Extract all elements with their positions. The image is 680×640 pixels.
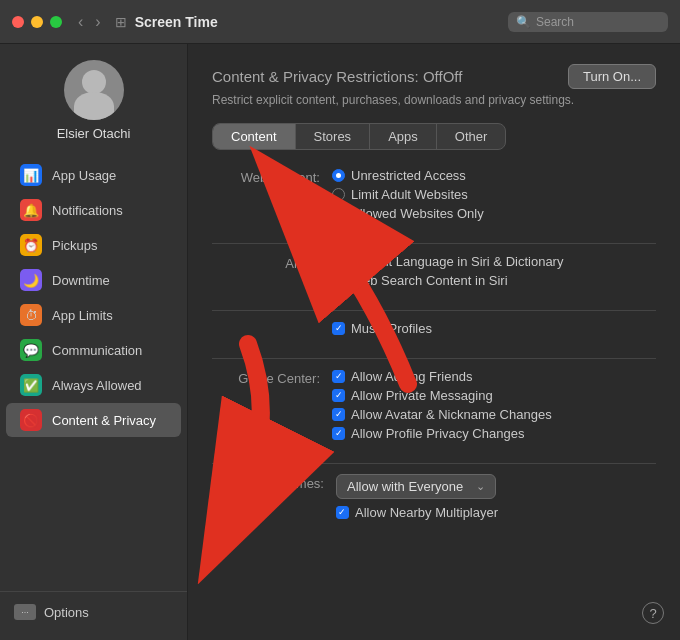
pickups-icon: ⏰ bbox=[20, 234, 42, 256]
multiplayer-dropdown[interactable]: Allow with Everyone ⌄ bbox=[336, 474, 496, 499]
radio-unrestricted-circle bbox=[332, 169, 345, 182]
sidebar-item-label: App Limits bbox=[52, 308, 113, 323]
app-usage-icon: 📊 bbox=[20, 164, 42, 186]
nav-arrows: ‹ › bbox=[74, 11, 105, 33]
sidebar-item-content-privacy[interactable]: 🚫 Content & Privacy bbox=[6, 403, 181, 437]
turn-on-button[interactable]: Turn On... bbox=[568, 64, 656, 89]
checkbox-web-search[interactable]: ✓ Web Search Content in Siri bbox=[332, 273, 656, 288]
search-bar[interactable]: 🔍 bbox=[508, 12, 668, 32]
checkbox-profile-privacy-box: ✓ bbox=[332, 427, 345, 440]
avatar-body bbox=[74, 92, 114, 120]
radio-allowed-websites[interactable]: Allowed Websites Only bbox=[332, 206, 656, 221]
options-label: Options bbox=[44, 605, 89, 620]
checkbox-music-profiles[interactable]: ✓ Music Profiles bbox=[332, 321, 656, 336]
web-content-section: Web Content: Unrestricted Access Limit A… bbox=[212, 168, 656, 225]
close-button[interactable] bbox=[12, 16, 24, 28]
sidebar-bottom: ··· Options bbox=[0, 591, 187, 632]
multiplayer-label: Multiplayer Games: bbox=[212, 474, 336, 491]
notifications-icon: 🔔 bbox=[20, 199, 42, 221]
game-center-options: ✓ Allow Adding Friends ✓ Allow Private M… bbox=[332, 369, 656, 445]
sidebar-item-pickups[interactable]: ⏰ Pickups bbox=[6, 228, 181, 262]
traffic-lights bbox=[12, 16, 62, 28]
checkbox-adding-friends-box: ✓ bbox=[332, 370, 345, 383]
dropdown-value: Allow with Everyone bbox=[347, 479, 463, 494]
web-content-label: Web Content: bbox=[212, 168, 332, 185]
tab-content[interactable]: Content bbox=[213, 124, 296, 149]
music-section: ✓ Music Profiles bbox=[212, 321, 656, 340]
game-center-section: Game Center: ✓ Allow Adding Friends ✓ Al… bbox=[212, 369, 656, 445]
allow-options: ✓ Explicit Language in Siri & Dictionary… bbox=[332, 254, 656, 292]
fullscreen-button[interactable] bbox=[50, 16, 62, 28]
sidebar-item-notifications[interactable]: 🔔 Notifications bbox=[6, 193, 181, 227]
sidebar-nav: 📊 App Usage 🔔 Notifications ⏰ Pickups 🌙 … bbox=[0, 157, 187, 587]
search-icon: 🔍 bbox=[516, 15, 531, 29]
sidebar-item-label: Pickups bbox=[52, 238, 98, 253]
checkbox-web-search-box: ✓ bbox=[332, 274, 345, 287]
sidebar-item-label: Always Allowed bbox=[52, 378, 142, 393]
minimize-button[interactable] bbox=[31, 16, 43, 28]
content-header: Content & Privacy Restrictions: OffOff T… bbox=[212, 64, 656, 107]
grid-icon: ⊞ bbox=[115, 14, 127, 30]
checkbox-nearby-multiplayer[interactable]: ✓ Allow Nearby Multiplayer bbox=[336, 505, 656, 520]
sidebar-item-downtime[interactable]: 🌙 Downtime bbox=[6, 263, 181, 297]
radio-label: Allowed Websites Only bbox=[351, 206, 484, 221]
checkbox-label: Allow Private Messaging bbox=[351, 388, 493, 403]
back-button[interactable]: ‹ bbox=[74, 11, 87, 33]
radio-allowed-websites-circle bbox=[332, 207, 345, 220]
user-section: Elsier Otachi bbox=[0, 60, 187, 157]
allow-row: Allow: ✓ Explicit Language in Siri & Dic… bbox=[212, 254, 656, 292]
checkbox-label: Allow Adding Friends bbox=[351, 369, 472, 384]
music-label bbox=[212, 321, 332, 323]
checkbox-music-profiles-box: ✓ bbox=[332, 322, 345, 335]
sidebar-item-label: Content & Privacy bbox=[52, 413, 156, 428]
divider-1 bbox=[212, 243, 656, 244]
allow-section: Allow: ✓ Explicit Language in Siri & Dic… bbox=[212, 254, 656, 292]
radio-limit-adult-circle bbox=[332, 188, 345, 201]
content-area: Content & Privacy Restrictions: OffOff T… bbox=[188, 44, 680, 640]
checkbox-private-messaging[interactable]: ✓ Allow Private Messaging bbox=[332, 388, 656, 403]
search-input[interactable] bbox=[536, 15, 660, 29]
sidebar-item-app-usage[interactable]: 📊 App Usage bbox=[6, 158, 181, 192]
checkbox-label: Music Profiles bbox=[351, 321, 432, 336]
checkbox-nearby-multiplayer-box: ✓ bbox=[336, 506, 349, 519]
avatar bbox=[64, 60, 124, 120]
help-button[interactable]: ? bbox=[642, 602, 664, 624]
tab-apps[interactable]: Apps bbox=[370, 124, 437, 149]
radio-unrestricted[interactable]: Unrestricted Access bbox=[332, 168, 656, 183]
allow-label: Allow: bbox=[212, 254, 332, 271]
radio-label: Limit Adult Websites bbox=[351, 187, 468, 202]
multiplayer-content: Allow with Everyone ⌄ ✓ Allow Nearby Mul… bbox=[336, 474, 656, 524]
music-options: ✓ Music Profiles bbox=[332, 321, 656, 340]
checkbox-adding-friends[interactable]: ✓ Allow Adding Friends bbox=[332, 369, 656, 384]
sidebar-item-app-limits[interactable]: ⏱ App Limits bbox=[6, 298, 181, 332]
radio-label: Unrestricted Access bbox=[351, 168, 466, 183]
content-subtitle: Restrict explicit content, purchases, do… bbox=[212, 93, 656, 107]
game-center-row: Game Center: ✓ Allow Adding Friends ✓ Al… bbox=[212, 369, 656, 445]
app-limits-icon: ⏱ bbox=[20, 304, 42, 326]
avatar-head bbox=[82, 70, 106, 94]
divider-3 bbox=[212, 358, 656, 359]
multiplayer-row: Multiplayer Games: Allow with Everyone ⌄… bbox=[212, 474, 656, 524]
divider-4 bbox=[212, 463, 656, 464]
checkbox-private-messaging-box: ✓ bbox=[332, 389, 345, 402]
sidebar-item-communication[interactable]: 💬 Communication bbox=[6, 333, 181, 367]
tab-other[interactable]: Other bbox=[437, 124, 506, 149]
sidebar-item-label: Notifications bbox=[52, 203, 123, 218]
title-row: Content & Privacy Restrictions: OffOff T… bbox=[212, 64, 656, 89]
checkbox-avatar-changes[interactable]: ✓ Allow Avatar & Nickname Changes bbox=[332, 407, 656, 422]
checkbox-explicit-language[interactable]: ✓ Explicit Language in Siri & Dictionary bbox=[332, 254, 656, 269]
checkbox-label: Allow Avatar & Nickname Changes bbox=[351, 407, 552, 422]
options-button[interactable]: ··· Options bbox=[14, 600, 173, 624]
checkbox-label: Allow Nearby Multiplayer bbox=[355, 505, 498, 520]
sidebar: Elsier Otachi 📊 App Usage 🔔 Notification… bbox=[0, 44, 188, 640]
checkbox-label: Allow Profile Privacy Changes bbox=[351, 426, 524, 441]
tab-stores[interactable]: Stores bbox=[296, 124, 371, 149]
title-text: Content & Privacy Restrictions: bbox=[212, 68, 419, 85]
forward-button[interactable]: › bbox=[91, 11, 104, 33]
chevron-down-icon: ⌄ bbox=[476, 480, 485, 493]
always-allowed-icon: ✅ bbox=[20, 374, 42, 396]
multiplayer-dropdown-row: Allow with Everyone ⌄ bbox=[336, 474, 656, 499]
sidebar-item-always-allowed[interactable]: ✅ Always Allowed bbox=[6, 368, 181, 402]
checkbox-profile-privacy[interactable]: ✓ Allow Profile Privacy Changes bbox=[332, 426, 656, 441]
radio-limit-adult[interactable]: Limit Adult Websites bbox=[332, 187, 656, 202]
